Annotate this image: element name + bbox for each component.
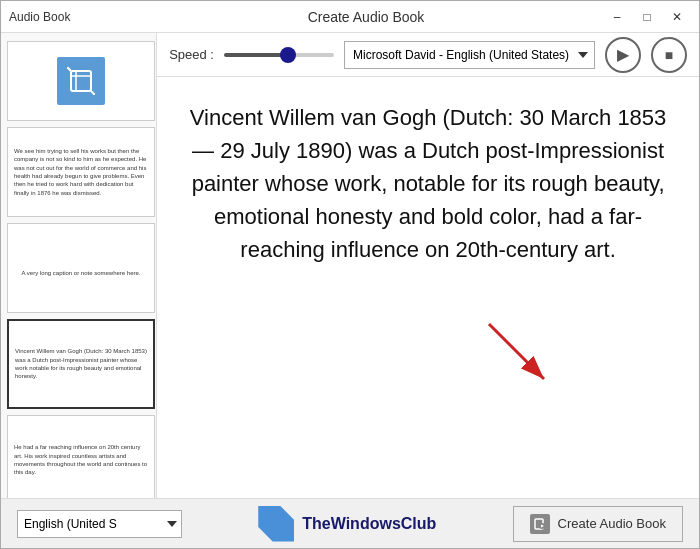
svg-line-2	[91, 91, 95, 95]
dialog-title: Create Audio Book	[129, 9, 603, 25]
brand-icon	[258, 506, 294, 542]
page1-icon	[57, 57, 105, 105]
play-button[interactable]: ▶	[605, 37, 641, 73]
svg-line-6	[489, 324, 544, 379]
language-select[interactable]: English (United S English (United Kingdo…	[17, 510, 182, 538]
page-thumbnail-1[interactable]	[7, 41, 155, 121]
arrow-svg	[479, 314, 559, 394]
speed-slider[interactable]	[224, 53, 334, 57]
book-text: Vincent Willem van Gogh (Dutch: 30 March…	[189, 101, 667, 266]
app-title: Audio Book	[9, 10, 129, 24]
crop-icon	[67, 67, 95, 95]
stop-icon: ■	[665, 47, 673, 63]
main-window: Audio Book Create Audio Book – □ ✕	[0, 0, 700, 549]
page-thumbnail-2[interactable]: We see him trying to sell his works but …	[7, 127, 155, 217]
svg-line-1	[67, 67, 71, 71]
language-select-wrap: English (United S English (United Kingdo…	[17, 510, 182, 538]
stop-button[interactable]: ■	[651, 37, 687, 73]
speed-label: Speed :	[169, 47, 214, 62]
page-thumbnail-4[interactable]: Vincent Willem van Gogh (Dutch: 30 March…	[7, 319, 155, 409]
title-bar: Audio Book Create Audio Book – □ ✕	[1, 1, 699, 33]
maximize-button[interactable]: □	[633, 7, 661, 27]
arrow-indicator	[479, 314, 559, 398]
audio-icon-svg	[533, 517, 547, 531]
create-audio-book-button[interactable]: Create Audio Book	[513, 506, 683, 542]
voice-select[interactable]: Microsoft David - English (United States…	[344, 41, 595, 69]
sidebar: We see him trying to sell his works but …	[1, 33, 157, 498]
audio-file-icon	[530, 514, 550, 534]
svg-rect-0	[71, 71, 91, 91]
brand-name: TheWindowsClub	[302, 515, 436, 533]
bottom-bar: English (United S English (United Kingdo…	[1, 498, 699, 548]
main-content: We see him trying to sell his works but …	[1, 33, 699, 498]
create-audio-book-label: Create Audio Book	[558, 516, 666, 531]
close-button[interactable]: ✕	[663, 7, 691, 27]
text-display-area: Vincent Willem van Gogh (Dutch: 30 March…	[157, 77, 699, 498]
page-thumbnail-3[interactable]: A very long caption or note somewhere he…	[7, 223, 155, 313]
page-thumbnail-5[interactable]: He had a far reaching influence on 20th …	[7, 415, 155, 498]
window-controls: – □ ✕	[603, 7, 691, 27]
minimize-button[interactable]: –	[603, 7, 631, 27]
content-area: Speed : Microsoft David - English (Unite…	[157, 33, 699, 498]
brand-logo: TheWindowsClub	[258, 506, 436, 542]
play-icon: ▶	[617, 45, 629, 64]
content-toolbar: Speed : Microsoft David - English (Unite…	[157, 33, 699, 77]
